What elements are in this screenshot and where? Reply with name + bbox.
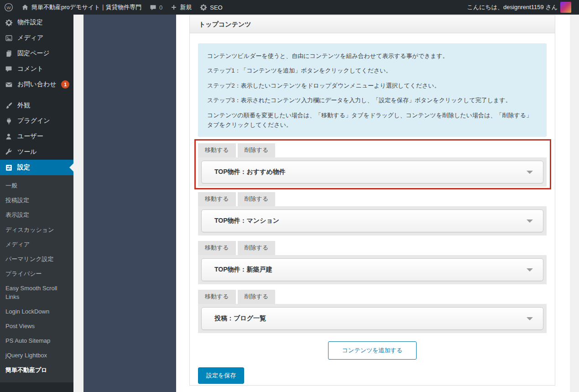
- sidebar-item-plugins[interactable]: プラグイン: [0, 113, 73, 129]
- select-container: TOP物件：おすすめ物件: [198, 157, 547, 187]
- select-container: 投稿：ブログ一覧: [198, 304, 547, 333]
- wordpress-logo-icon: W: [4, 3, 13, 12]
- instruction-line: コンテンツの順番を変更したい場合は、「移動する」タブをドラッグし、コンテンツを削…: [207, 110, 537, 130]
- submenu-item-easy-smooth-scroll[interactable]: Easy Smooth Scroll Links: [0, 281, 73, 304]
- sidebar-item-label: 設定: [17, 163, 30, 172]
- sidebar-item-appearance[interactable]: 外観: [0, 98, 73, 113]
- select-container: TOP物件：新築戸建: [198, 255, 547, 284]
- submenu-item-jquery-lightbox[interactable]: jQuery Lightbox: [0, 348, 73, 363]
- seo-menu[interactable]: SEO: [196, 0, 226, 15]
- move-tab[interactable]: 移動する: [198, 143, 236, 157]
- instructions-box: コンテンツビルダーを使うと、自由にコンテンツを組み合わせて表示する事ができます。…: [198, 43, 547, 137]
- content-select[interactable]: TOP物件：マンション: [201, 209, 543, 232]
- delete-tab[interactable]: 削除する: [238, 290, 276, 304]
- instruction-line: ステップ1：「コンテンツを追加」ボタンをクリックしてください。: [207, 66, 537, 75]
- top-content-panel: トップコンテンツ コンテンツビルダーを使うと、自由にコンテンツを組み合わせて表示…: [189, 15, 555, 386]
- submenu-item-writing[interactable]: 投稿設定: [0, 193, 73, 208]
- seo-label: SEO: [210, 4, 222, 11]
- pages-icon: [4, 50, 13, 57]
- comment-icon: [4, 65, 13, 73]
- content-block-4: 移動する 削除する 投稿：ブログ一覧: [198, 290, 547, 333]
- site-link[interactable]: 簡単不動産proデモサイト｜賃貸物件専門: [17, 0, 146, 15]
- instruction-line: ステップ2：表示したいコンテンツをドロップダウンメニューより選択してください。: [207, 81, 537, 90]
- add-content-button[interactable]: コンテンツを追加する: [328, 341, 417, 360]
- submenu-item-post-views[interactable]: Post Views: [0, 319, 73, 334]
- select-container: TOP物件：マンション: [198, 206, 547, 235]
- submenu-item-discussion[interactable]: ディスカッション: [0, 223, 73, 237]
- delete-tab[interactable]: 削除する: [238, 241, 276, 255]
- wrench-icon: [4, 148, 13, 156]
- new-menu[interactable]: 新規: [167, 0, 196, 15]
- content-select[interactable]: TOP物件：おすすめ物件: [201, 161, 543, 183]
- instruction-line: コンテンツビルダーを使うと、自由にコンテンツを組み合わせて表示する事ができます。: [207, 51, 537, 61]
- content-select-value: TOP物件：おすすめ物件: [214, 168, 286, 176]
- new-label: 新規: [180, 3, 192, 11]
- sidebar-item-label: ユーザー: [17, 132, 43, 141]
- sidebar-item-label: プラグイン: [17, 117, 50, 125]
- delete-tab[interactable]: 削除する: [238, 192, 276, 206]
- chevron-down-icon: [527, 268, 533, 272]
- chevron-down-icon: [527, 171, 533, 174]
- sidebar-item-label: 物件設定: [17, 18, 43, 26]
- save-settings-button[interactable]: 設定を保存: [198, 367, 244, 384]
- sidebar-item-settings[interactable]: 設定: [0, 160, 73, 175]
- mail-icon: [4, 81, 13, 89]
- submenu-item-general[interactable]: 一般: [0, 178, 73, 193]
- sidebar-item-contact[interactable]: お問い合わせ 1: [0, 77, 73, 92]
- admin-bar: W 簡単不動産proデモサイト｜賃貸物件専門 0 新規 SEO: [0, 0, 579, 15]
- sidebar-item-property-settings[interactable]: 物件設定: [0, 15, 73, 30]
- submenu-item-ps-auto-sitemap[interactable]: PS Auto Sitemap: [0, 334, 73, 348]
- submenu-item-media[interactable]: メディア: [0, 237, 73, 252]
- sidebar-item-users[interactable]: ユーザー: [0, 129, 73, 144]
- home-icon: [21, 4, 29, 11]
- seo-gear-icon: [200, 4, 207, 11]
- comments-link[interactable]: 0: [146, 0, 167, 15]
- wordpress-menu[interactable]: W: [0, 0, 17, 15]
- chevron-down-icon: [527, 220, 533, 223]
- svg-text:W: W: [7, 5, 11, 10]
- submenu-item-permalinks[interactable]: パーマリンク設定: [0, 252, 73, 267]
- submenu-item-kantan-fudosan-pro[interactable]: 簡単不動産プロ: [0, 363, 73, 377]
- sidebar-item-comments[interactable]: コメント: [0, 61, 73, 77]
- submenu-item-privacy[interactable]: プライバシー: [0, 267, 73, 281]
- sidebar-item-contact-form-db[interactable]: Contact Form DB: [0, 389, 73, 392]
- submenu-item-login-lockdown[interactable]: Login LockDown: [0, 304, 73, 319]
- plugin-icon: [4, 117, 13, 125]
- main-content: トップコンテンツ コンテンツビルダーを使うと、自由にコンテンツを組み合わせて表示…: [176, 15, 570, 392]
- sidebar-footer: Contact Form DB メニューを閉じる: [0, 382, 73, 392]
- avatar: [560, 2, 571, 13]
- plugin-nav-column: [83, 15, 176, 392]
- sidebar-item-pages[interactable]: 固定ページ: [0, 46, 73, 61]
- sidebar-item-media[interactable]: メディア: [0, 30, 73, 46]
- account-menu[interactable]: こんにちは、designrent1159 さん: [463, 0, 575, 15]
- notification-badge: 1: [61, 80, 69, 89]
- gear-icon: [4, 19, 13, 26]
- content-builder-list: 移動する 削除する TOP物件：おすすめ物件 移動する: [198, 143, 547, 333]
- sidebar-item-tools[interactable]: ツール: [0, 144, 73, 160]
- chevron-down-icon: [527, 317, 533, 320]
- brush-icon: [4, 102, 13, 110]
- comment-count: 0: [159, 4, 162, 11]
- submenu-item-reading[interactable]: 表示設定: [0, 208, 73, 222]
- sidebar-item-label: 固定ページ: [17, 49, 50, 57]
- site-title: 簡単不動産proデモサイト｜賃貸物件専門: [31, 3, 141, 11]
- move-tab[interactable]: 移動する: [198, 192, 236, 206]
- user-icon: [4, 133, 13, 140]
- panel-title: トップコンテンツ: [190, 16, 555, 33]
- move-tab[interactable]: 移動する: [198, 290, 236, 304]
- sidebar-item-label: お問い合わせ: [17, 80, 56, 89]
- move-tab[interactable]: 移動する: [198, 241, 236, 255]
- sidebar-item-label: 外観: [17, 101, 30, 110]
- sliders-icon: [4, 164, 13, 172]
- sidebar-item-label: コメント: [17, 65, 43, 73]
- content-select-value: TOP物件：マンション: [214, 217, 279, 225]
- content-block-3: 移動する 削除する TOP物件：新築戸建: [198, 241, 547, 284]
- delete-tab[interactable]: 削除する: [238, 143, 276, 157]
- admin-sidebar: 物件設定 メディア 固定ページ コメント お問い合わせ 1: [0, 15, 73, 392]
- sidebar-item-label: ツール: [17, 148, 37, 156]
- content-select[interactable]: TOP物件：新築戸建: [201, 258, 543, 281]
- settings-submenu: 一般 投稿設定 表示設定 ディスカッション メディア パーマリンク設定 プライバ…: [0, 175, 73, 382]
- media-icon: [4, 34, 13, 42]
- content-select[interactable]: 投稿：ブログ一覧: [201, 307, 543, 330]
- content-block-2: 移動する 削除する TOP物件：マンション: [198, 192, 547, 235]
